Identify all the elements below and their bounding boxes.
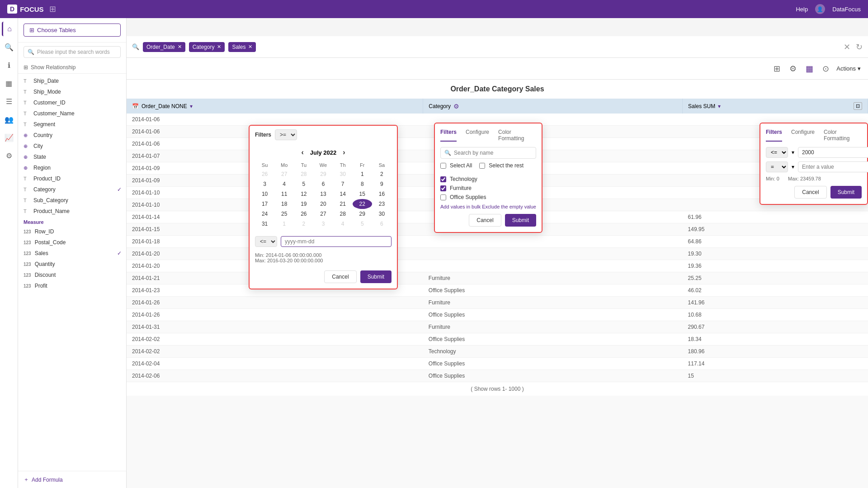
operator-select-1[interactable]: >=<== — [275, 129, 297, 140]
col-action-icon[interactable]: ⊡ — [854, 102, 862, 110]
cal-day[interactable]: 8 — [353, 179, 372, 189]
list-item[interactable]: T Segment — [18, 119, 126, 130]
cal-day[interactable]: 11 — [274, 189, 294, 199]
cal-day[interactable]: 16 — [372, 189, 392, 199]
col-header-category[interactable]: Category ⚙ — [423, 99, 683, 114]
technology-checkbox[interactable] — [440, 176, 446, 182]
operator-select-2[interactable]: <=>== — [255, 236, 277, 247]
cal-day[interactable]: 15 — [353, 189, 372, 199]
chip-remove-icon[interactable]: ✕ — [217, 44, 221, 50]
cal-day[interactable]: 3 — [313, 219, 333, 229]
cal-day[interactable]: 30 — [372, 209, 392, 219]
sales-value1-input[interactable] — [798, 147, 868, 158]
cal-day[interactable]: 21 — [333, 199, 353, 209]
tab-configure-sales[interactable]: Configure — [791, 129, 815, 142]
sales-value2-input[interactable] — [798, 161, 868, 172]
list-item[interactable]: T Category ✓ — [18, 184, 126, 195]
cal-day[interactable]: 29 — [313, 169, 333, 179]
sidebar-item-state[interactable]: ⊕ State — [18, 152, 126, 162]
list-item[interactable]: T Customer_ID — [18, 97, 126, 108]
cal-day[interactable]: 10 — [255, 189, 274, 199]
cal-day[interactable]: 29 — [353, 209, 372, 219]
choose-tables-button[interactable]: ⊞ Choose Tables — [24, 24, 121, 37]
tab-filters-sales[interactable]: Filters — [766, 129, 782, 142]
cal-day[interactable]: 17 — [255, 199, 274, 209]
cal-day[interactable]: 4 — [333, 219, 353, 229]
cal-next-icon[interactable]: › — [340, 147, 348, 157]
cal-day[interactable]: 26 — [255, 169, 274, 179]
calendar-submit-button[interactable]: Submit — [360, 270, 392, 283]
cal-day[interactable]: 12 — [294, 189, 313, 199]
col-header-sales[interactable]: Sales SUM ▾ ⊡ — [683, 99, 868, 114]
nav-dashboard[interactable]: ▦ — [2, 76, 16, 90]
tab-configure[interactable]: Configure — [466, 129, 489, 142]
sales-submit-button[interactable]: Submit — [830, 186, 862, 199]
add-formula-button[interactable]: ＋ Add Formula — [18, 471, 126, 488]
furniture-item[interactable]: Furniture — [440, 185, 536, 191]
cal-day[interactable]: 28 — [294, 169, 313, 179]
tab-color-sales[interactable]: Color Formatting — [824, 129, 862, 142]
cal-day[interactable]: 27 — [313, 209, 333, 219]
nav-analytics[interactable]: 📈 — [2, 130, 16, 145]
category-search-box[interactable]: 🔍 — [440, 147, 536, 159]
settings-icon[interactable]: ⚙ — [788, 62, 798, 76]
chip-remove-icon[interactable]: ✕ — [248, 44, 252, 50]
cal-day[interactable]: 1 — [274, 219, 294, 229]
layout-icon[interactable]: ⊞ — [772, 62, 782, 76]
list-item[interactable]: ⊕ Region — [18, 162, 126, 173]
add-tab-icon[interactable]: ⊞ — [49, 4, 56, 14]
category-submit-button[interactable]: Submit — [505, 214, 536, 227]
cal-day[interactable]: 23 — [372, 199, 392, 209]
col-filter-icon[interactable]: ▾ — [718, 103, 721, 109]
nav-settings[interactable]: ⚙ — [2, 148, 16, 163]
cal-day[interactable]: 2 — [294, 219, 313, 229]
actions-button[interactable]: Actions ▾ — [836, 65, 861, 72]
cal-day[interactable]: 6 — [313, 179, 333, 189]
col-header-order-date[interactable]: 📅 Order_Date NONE ▾ — [127, 99, 423, 114]
col-settings-icon[interactable]: ⚙ — [453, 103, 459, 110]
cal-day[interactable]: 28 — [333, 209, 353, 219]
panel-search-box[interactable]: 🔍 Please input the search words — [24, 46, 121, 58]
cal-day[interactable]: 4 — [274, 179, 294, 189]
cal-day[interactable]: 24 — [255, 209, 274, 219]
nav-info[interactable]: ℹ — [2, 58, 16, 72]
select-rest-label[interactable]: Select the rest — [479, 162, 524, 169]
tab-filters[interactable]: Filters — [440, 129, 457, 142]
sales-cancel-button[interactable]: Cancel — [794, 186, 826, 199]
clear-all-button[interactable]: ✕ — [844, 42, 850, 52]
sales-op1[interactable]: <=>== — [766, 147, 788, 158]
cal-day[interactable]: 20 — [313, 199, 333, 209]
category-search-input[interactable] — [454, 150, 532, 156]
office-supplies-item[interactable]: Office Supplies — [440, 194, 536, 200]
cal-day[interactable]: 5 — [353, 219, 372, 229]
cal-day-selected[interactable]: 22 — [353, 199, 372, 209]
cal-day[interactable]: 31 — [255, 219, 274, 229]
date-input[interactable] — [281, 236, 392, 247]
sidebar-item-customer-name[interactable]: T Customer_Name — [18, 108, 126, 119]
show-relationship-toggle[interactable]: ⊞ Show Relationship — [18, 62, 126, 74]
chip-category[interactable]: Category ✕ — [189, 42, 225, 52]
cal-day[interactable]: 6 — [372, 219, 392, 229]
nav-search[interactable]: 🔍 — [2, 40, 16, 54]
cal-day[interactable]: 7 — [333, 179, 353, 189]
list-item[interactable]: T Ship_Date — [18, 76, 126, 86]
refresh-icon[interactable]: ↻ — [856, 42, 863, 52]
calendar-cancel-button[interactable]: Cancel — [324, 270, 356, 283]
cal-day[interactable]: 30 — [333, 169, 353, 179]
select-rest-checkbox[interactable] — [479, 163, 485, 169]
cal-day[interactable]: 14 — [333, 189, 353, 199]
chip-sales[interactable]: Sales ✕ — [228, 42, 256, 52]
search-bar-icon[interactable]: 🔍 — [132, 43, 139, 50]
cal-day[interactable]: 27 — [274, 169, 294, 179]
cal-day[interactable]: 19 — [294, 199, 313, 209]
select-all-checkbox[interactable] — [440, 163, 446, 169]
grid-icon[interactable]: ▦ — [804, 62, 815, 76]
cal-day[interactable]: 5 — [294, 179, 313, 189]
office-supplies-checkbox[interactable] — [440, 194, 446, 200]
category-cancel-button[interactable]: Cancel — [469, 214, 501, 227]
help-link[interactable]: Help — [796, 6, 808, 13]
cal-day[interactable]: 25 — [274, 209, 294, 219]
cal-day[interactable]: 9 — [372, 179, 392, 189]
cal-day[interactable]: 3 — [255, 179, 274, 189]
list-item[interactable]: T Sub_Category — [18, 195, 126, 206]
